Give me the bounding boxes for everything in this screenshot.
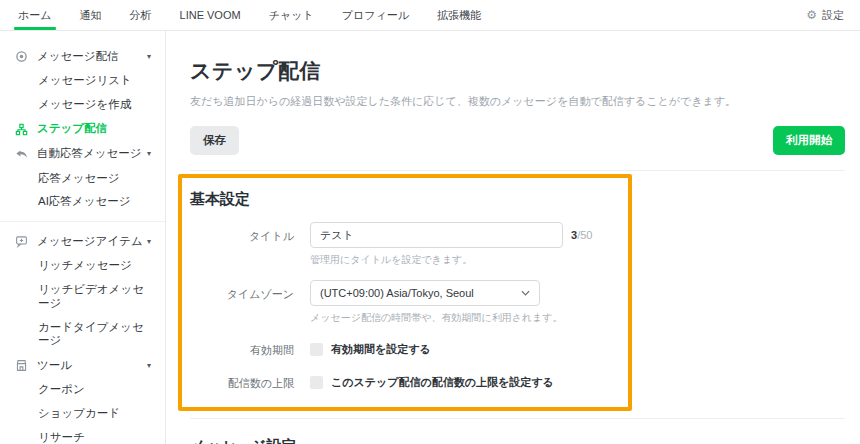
settings-label: 設定	[822, 8, 844, 23]
timezone-selected-value: (UTC+09:00) Asia/Tokyo, Seoul	[320, 287, 474, 299]
validity-period-checkbox[interactable]	[310, 343, 323, 356]
sidebar: メッセージ配信 ▾ メッセージリスト メッセージを作成 ステップ配信 自動応答メ…	[0, 31, 166, 444]
sidebar-item-coupon[interactable]: クーポン	[0, 378, 165, 402]
sidebar-item-card-type-message[interactable]: カードタイプメッセージ	[0, 316, 165, 354]
chevron-down-icon[interactable]: ▾	[147, 237, 151, 247]
message-settings-heading: メッセージ設定	[190, 437, 845, 444]
sidebar-divider	[0, 221, 165, 222]
page-description: 友だち追加日からの経過日数や設定した条件に応じて、複数のメッセージを自動で配信す…	[190, 94, 845, 109]
nav-item-line-voom[interactable]: LINE VOOM	[166, 0, 255, 30]
sidebar-item-rich-message[interactable]: リッチメッセージ	[0, 254, 165, 278]
sidebar-item-label: クーポン	[38, 383, 85, 397]
timezone-field-row: タイムゾーン (UTC+09:00) Asia/Tokyo, Seoul メッセ…	[190, 280, 614, 325]
message-item-icon	[14, 234, 29, 249]
sidebar-item-create-message[interactable]: メッセージを作成	[0, 93, 165, 117]
sidebar-item-label: 応答メッセージ	[38, 172, 120, 186]
section-divider	[190, 418, 845, 419]
line-official-account-manager: ホーム 通知 分析 LINE VOOM チャット プロフィール 拡張機能 ⚙ 設…	[0, 0, 860, 444]
sidebar-item-label: リッチメッセージ	[38, 259, 132, 273]
sidebar-item-label: リッチビデオメッセージ	[38, 283, 151, 311]
chevron-down-icon[interactable]: ▾	[147, 149, 151, 159]
sidebar-item-label: ショップカード	[38, 407, 120, 421]
save-button[interactable]: 保存	[190, 126, 239, 155]
sidebar-item-label: メッセージリスト	[38, 74, 132, 88]
validity-period-checkbox-label: 有効期間を設定する	[331, 342, 431, 357]
page-title: ステップ配信	[190, 57, 845, 85]
title-input[interactable]	[310, 222, 563, 248]
sidebar-item-label: カードタイプメッセージ	[38, 321, 151, 349]
sidebar-item-auto-response[interactable]: 自動応答メッセージ ▾	[0, 142, 165, 167]
sidebar-item-step-delivery[interactable]: ステップ配信	[0, 117, 165, 142]
sidebar-item-tools[interactable]: ツール ▾	[0, 353, 165, 378]
validity-period-label: 有効期間	[190, 342, 310, 358]
reply-arrow-icon	[14, 147, 29, 162]
sidebar-item-label: 自動応答メッセージ	[37, 147, 142, 161]
timezone-select[interactable]: (UTC+09:00) Asia/Tokyo, Seoul	[310, 280, 540, 306]
title-field-row: タイトル 3/50 管理用にタイトルを設定できます。	[190, 222, 614, 267]
chevron-down-icon	[521, 290, 530, 296]
sidebar-item-label: メッセージを作成	[38, 98, 131, 112]
flow-chart-icon	[14, 122, 29, 137]
nav-item-home[interactable]: ホーム	[4, 0, 66, 30]
nav-item-profile[interactable]: プロフィール	[328, 0, 423, 30]
sidebar-item-rich-video-message[interactable]: リッチビデオメッセージ	[0, 278, 165, 316]
delivery-limit-label: 配信数の上限	[190, 375, 310, 391]
delivery-limit-checkbox[interactable]	[310, 376, 323, 389]
main-content: ステップ配信 友だち追加日からの経過日数や設定した条件に応じて、複数のメッセージ…	[166, 31, 860, 444]
action-row: 保存 利用開始	[190, 126, 845, 171]
gear-icon: ⚙	[806, 9, 817, 21]
top-navigation: ホーム 通知 分析 LINE VOOM チャット プロフィール 拡張機能 ⚙ 設…	[0, 0, 860, 31]
sidebar-item-message-broadcast[interactable]: メッセージ配信 ▾	[0, 44, 165, 69]
start-button[interactable]: 利用開始	[773, 126, 845, 155]
title-helper-text: 管理用にタイトルを設定できます。	[310, 253, 614, 267]
broadcast-icon	[14, 49, 29, 64]
sidebar-item-message-items[interactable]: メッセージアイテム ▾	[0, 229, 165, 254]
validity-period-row: 有効期間 有効期間を設定する	[190, 342, 614, 358]
nav-item-chat[interactable]: チャット	[255, 0, 328, 30]
sidebar-item-message-list[interactable]: メッセージリスト	[0, 69, 165, 93]
basic-settings-highlight-box: 基本設定 タイトル 3/50 管理用にタイトルを設定できます。 タイムゾーン	[178, 174, 632, 411]
sidebar-item-research[interactable]: リサーチ	[0, 426, 165, 444]
char-counter: 3/50	[571, 222, 592, 248]
nav-spacer	[495, 0, 806, 30]
sidebar-item-label: ツール	[37, 359, 72, 373]
sidebar-item-label: メッセージアイテム	[37, 235, 143, 249]
sidebar-item-label: AI応答メッセージ	[38, 195, 130, 209]
title-field-label: タイトル	[190, 222, 310, 244]
sidebar-item-label: リサーチ	[38, 431, 85, 444]
delivery-limit-row: 配信数の上限 このステップ配信の配信数の上限を設定する	[190, 375, 614, 391]
nav-item-notifications[interactable]: 通知	[66, 0, 116, 30]
chevron-down-icon[interactable]: ▾	[147, 52, 151, 62]
nav-item-analytics[interactable]: 分析	[116, 0, 166, 30]
storefront-icon	[14, 358, 29, 373]
sidebar-item-response-message[interactable]: 応答メッセージ	[0, 167, 165, 191]
sidebar-item-label: ステップ配信	[37, 122, 107, 136]
sidebar-item-label: メッセージ配信	[37, 50, 119, 64]
nav-item-extensions[interactable]: 拡張機能	[423, 0, 495, 30]
timezone-helper-text: メッセージ配信の時間帯や、有効期間に利用されます。	[310, 311, 614, 325]
timezone-field-label: タイムゾーン	[190, 280, 310, 302]
chevron-down-icon[interactable]: ▾	[147, 361, 151, 371]
settings-button[interactable]: ⚙ 設定	[806, 0, 844, 30]
sidebar-item-ai-response-message[interactable]: AI応答メッセージ	[0, 190, 165, 214]
sidebar-item-shop-card[interactable]: ショップカード	[0, 402, 165, 426]
delivery-limit-checkbox-label: このステップ配信の配信数の上限を設定する	[331, 375, 554, 390]
basic-settings-heading: 基本設定	[190, 190, 614, 209]
